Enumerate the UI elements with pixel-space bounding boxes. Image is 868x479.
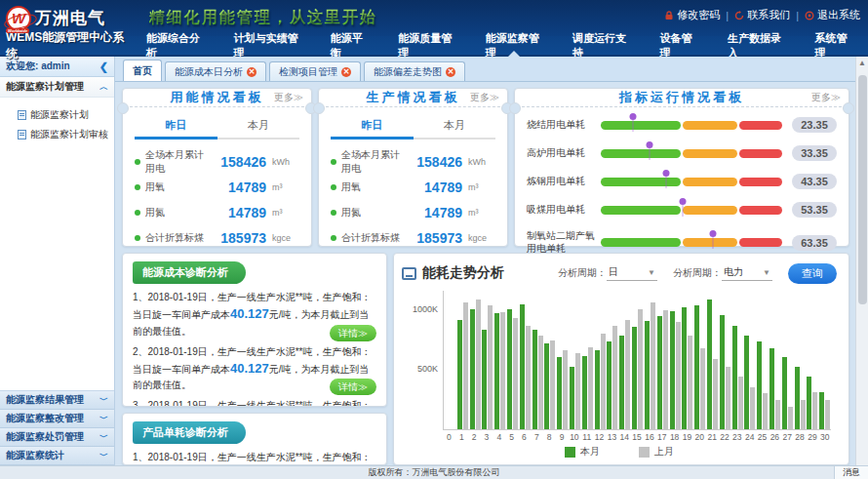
green-dot-icon bbox=[331, 235, 336, 241]
bar-group bbox=[769, 291, 781, 429]
close-icon[interactable]: ✕ bbox=[446, 67, 455, 77]
x-tick-label: 5 bbox=[505, 430, 518, 443]
sidebar-section-collapsed-3[interactable]: 能源监察处罚管理﹀ bbox=[0, 428, 114, 447]
query-button[interactable]: 查询 bbox=[788, 263, 837, 284]
nav-item-4[interactable]: 能源质量管理 bbox=[383, 36, 470, 55]
panel-tabs: 昨日本月 bbox=[331, 115, 495, 140]
bar-group bbox=[719, 291, 731, 429]
logo: W Worldwide 万洲电气 bbox=[0, 6, 132, 31]
bar-current-month bbox=[533, 330, 537, 429]
nav-item-9[interactable]: 系统管理 bbox=[800, 36, 868, 55]
company-name: 万洲电气 bbox=[35, 7, 105, 29]
panel-title: 生产情况看板 bbox=[367, 89, 460, 106]
sidebar-item-2[interactable]: 能源监察计划审核 bbox=[0, 125, 114, 144]
panel-tab-本月[interactable]: 本月 bbox=[217, 115, 300, 140]
header-link-3[interactable]: 退出系统 bbox=[805, 8, 860, 22]
metric-label: 用氮 bbox=[145, 206, 213, 220]
detail-button[interactable]: 详情≫ bbox=[330, 379, 376, 395]
y-tick-label: 1000K bbox=[413, 304, 438, 314]
item-text: 2018-01-19日，生产一线生产水泥**吨，生产饱和：当日旋一车间单产成本 bbox=[133, 452, 372, 465]
diagnosis-item: 3、2018-01-19日，生产一线生产水泥**吨，生产饱和：当日旋一车间单产成… bbox=[133, 398, 376, 407]
panel-tab-昨日[interactable]: 昨日 bbox=[331, 115, 414, 140]
x-tick-label: 10 bbox=[568, 430, 580, 443]
bar-current-month bbox=[494, 313, 499, 429]
close-icon[interactable]: ✕ bbox=[341, 67, 351, 77]
bar-group bbox=[493, 291, 506, 429]
filter-label: 分析周期： bbox=[673, 266, 722, 280]
panel-tab-本月[interactable]: 本月 bbox=[414, 115, 496, 140]
metric-value: 14789 bbox=[409, 205, 462, 220]
bar-current-month bbox=[657, 316, 662, 429]
sidebar-section-label: 能源监察统计 bbox=[6, 449, 64, 462]
sidebar-section-collapsed-4[interactable]: 能源监察统计﹀ bbox=[0, 447, 114, 465]
more-link[interactable]: 更多≫ bbox=[470, 91, 499, 104]
bar-last-month bbox=[713, 359, 718, 429]
metric-label: 全场本月累计用电 bbox=[341, 148, 409, 176]
scrollbar-thumb[interactable] bbox=[858, 75, 867, 304]
trend-filters: 分析周期： 日▼ 分析周期： 电力▼ 查询 bbox=[504, 263, 837, 284]
metric-value: 14789 bbox=[213, 180, 266, 195]
scroll-up-icon[interactable]: ▲ bbox=[858, 57, 866, 67]
indicator-value: 33.35 bbox=[792, 145, 837, 161]
nav-item-1[interactable]: 能源综合分析 bbox=[132, 36, 218, 55]
bar-group bbox=[807, 291, 819, 429]
bar-current-month bbox=[582, 356, 587, 429]
detail-button[interactable]: 详情≫ bbox=[330, 325, 376, 341]
nav-item-2[interactable]: 计划与实绩管理 bbox=[218, 36, 315, 55]
bar-segment bbox=[683, 121, 737, 130]
tab-label: 能源偏差走势图 bbox=[374, 65, 442, 79]
item-number: 1、 bbox=[133, 292, 148, 302]
close-icon[interactable]: ✕ bbox=[247, 67, 256, 77]
nav-item-3[interactable]: 能源平衡 bbox=[316, 36, 384, 55]
bar-last-month bbox=[563, 350, 568, 429]
sidebar-section-collapsed-1[interactable]: 能源监察结果管理﹀ bbox=[0, 391, 114, 410]
legend-item[interactable]: 上月 bbox=[639, 445, 674, 459]
tab-4[interactable]: 能源偏差走势图✕ bbox=[364, 61, 465, 81]
panel-tab-昨日[interactable]: 昨日 bbox=[135, 115, 217, 140]
more-link[interactable]: 更多≫ bbox=[811, 91, 841, 104]
legend-item[interactable]: 本月 bbox=[565, 445, 600, 459]
diagnosis-item: 1、2018-01-19日，生产一线生产水泥**吨，生产饱和：当日旋一车间单产成… bbox=[133, 450, 376, 465]
logo-w-icon: W Worldwide bbox=[6, 6, 31, 31]
header-link-2[interactable]: 联系我们 bbox=[734, 8, 790, 22]
indicator-bar bbox=[601, 238, 782, 247]
bar-group bbox=[481, 291, 493, 429]
metric-value: 14789 bbox=[213, 205, 266, 220]
bar-group bbox=[594, 291, 607, 429]
header-links: 修改密码|联系我们|退出系统 bbox=[664, 8, 860, 22]
indicator-label: 制氧站二期产氧用电单耗 bbox=[527, 230, 599, 255]
green-dot-icon bbox=[135, 184, 140, 190]
bar-group bbox=[669, 291, 682, 429]
tab-2[interactable]: 能源成本日分析✕ bbox=[165, 61, 266, 81]
tab-3[interactable]: 检测项目管理✕ bbox=[269, 61, 361, 81]
vertical-scrollbar[interactable]: ▲ bbox=[855, 57, 868, 465]
nav-item-8[interactable]: 生产数据录入 bbox=[713, 36, 800, 55]
x-tick-label: 20 bbox=[693, 430, 706, 443]
indicator-label: 炼钢用电单耗 bbox=[527, 176, 599, 188]
tab-bar: 首页能源成本日分析✕检测项目管理✕能源偏差走势图✕ bbox=[115, 57, 855, 82]
message-button[interactable]: 消息 bbox=[834, 466, 868, 479]
sidebar-item-1[interactable]: 能源监察计划 bbox=[0, 105, 114, 125]
bar-last-month bbox=[601, 334, 606, 429]
bar-segment bbox=[683, 206, 737, 215]
x-tick-label: 30 bbox=[818, 430, 831, 443]
bar-current-month bbox=[670, 311, 675, 429]
document-icon bbox=[18, 110, 26, 120]
tab-1[interactable]: 首页 bbox=[123, 60, 162, 81]
header-link-1[interactable]: 修改密码 bbox=[664, 8, 720, 22]
bar-current-month bbox=[507, 309, 512, 429]
nav-item-7[interactable]: 设备管理 bbox=[645, 36, 713, 55]
bar-segment bbox=[601, 206, 681, 215]
more-link[interactable]: 更多≫ bbox=[274, 91, 303, 104]
sidebar-section-collapsed-2[interactable]: 能源监察整改管理﹀ bbox=[0, 410, 114, 428]
period-select[interactable]: 日▼ bbox=[607, 265, 657, 281]
metric-row: 合计折算标煤185973kgce bbox=[135, 225, 301, 251]
energy-type-select[interactable]: 电力▼ bbox=[722, 265, 772, 281]
bar-current-month bbox=[769, 348, 774, 429]
nav-item-5[interactable]: 能源监察管理 bbox=[471, 36, 558, 55]
sidebar-section-plan-mgmt[interactable]: 能源监察计划管理 ︿ bbox=[0, 77, 114, 98]
metric-row: 全场本月累计用电158426kWh bbox=[331, 149, 497, 175]
chart-x-axis: 0123456789101112131415161718192021222324… bbox=[443, 430, 831, 443]
bar-group bbox=[519, 291, 532, 429]
nav-item-6[interactable]: 调度运行支持 bbox=[558, 36, 645, 55]
